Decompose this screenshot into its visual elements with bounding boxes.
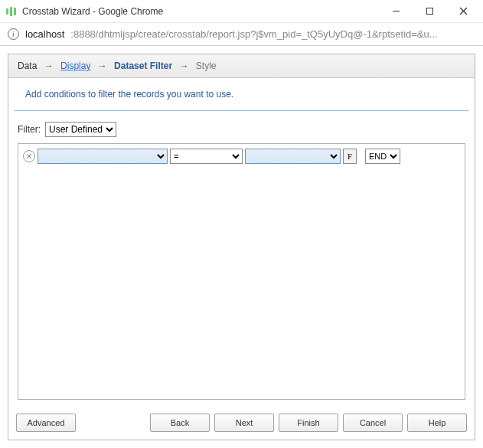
info-icon[interactable]: i xyxy=(8,28,19,40)
operator-combo[interactable]: = xyxy=(170,149,243,164)
breadcrumb-step-data: Data xyxy=(18,60,37,71)
next-button[interactable]: Next xyxy=(214,414,274,432)
close-button[interactable] xyxy=(446,0,480,23)
app-icon xyxy=(6,7,16,16)
breadcrumb-arrow-icon: → xyxy=(179,60,188,71)
field-combo[interactable] xyxy=(38,149,168,164)
logic-combo[interactable]: END xyxy=(365,149,400,164)
window-title: Crosstab Wizard - Google Chrome xyxy=(22,6,379,17)
formula-button[interactable]: F xyxy=(343,149,357,164)
help-button[interactable]: Help xyxy=(407,414,467,432)
button-bar: Advanced Back Next Finish Cancel Help xyxy=(8,406,475,440)
breadcrumb-step-current: Dataset Filter xyxy=(114,60,172,71)
breadcrumb-arrow-icon: → xyxy=(98,60,107,71)
filter-label: Filter: xyxy=(18,124,41,135)
condition-row: = F END xyxy=(23,149,460,164)
breadcrumb-arrow-icon: → xyxy=(44,60,54,71)
address-path: :8888/dhtmljsp/create/crosstab/report.js… xyxy=(70,28,475,40)
instruction-text: Add conditions to filter the records you… xyxy=(15,78,468,111)
address-bar[interactable]: i localhost:8888/dhtmljsp/create/crossta… xyxy=(0,23,483,46)
conditions-grid: = F END xyxy=(18,143,465,400)
breadcrumb-step-style: Style xyxy=(196,60,217,71)
breadcrumb-step-display[interactable]: Display xyxy=(60,60,90,71)
address-host: localhost xyxy=(25,28,64,40)
window-titlebar: Crosstab Wizard - Google Chrome xyxy=(0,0,483,23)
finish-button[interactable]: Finish xyxy=(279,414,338,432)
wizard-panel: Data → Display → Dataset Filter → Style … xyxy=(8,54,475,440)
breadcrumb: Data → Display → Dataset Filter → Style xyxy=(8,54,475,78)
cancel-button[interactable]: Cancel xyxy=(343,414,403,432)
maximize-button[interactable] xyxy=(413,0,446,23)
back-button[interactable]: Back xyxy=(150,414,210,432)
svg-rect-1 xyxy=(426,8,432,15)
delete-condition-button[interactable] xyxy=(23,150,35,162)
minimize-button[interactable] xyxy=(379,0,413,23)
advanced-button[interactable]: Advanced xyxy=(16,414,76,432)
filter-select[interactable]: User Defined xyxy=(45,122,116,137)
value-combo[interactable] xyxy=(245,149,341,164)
